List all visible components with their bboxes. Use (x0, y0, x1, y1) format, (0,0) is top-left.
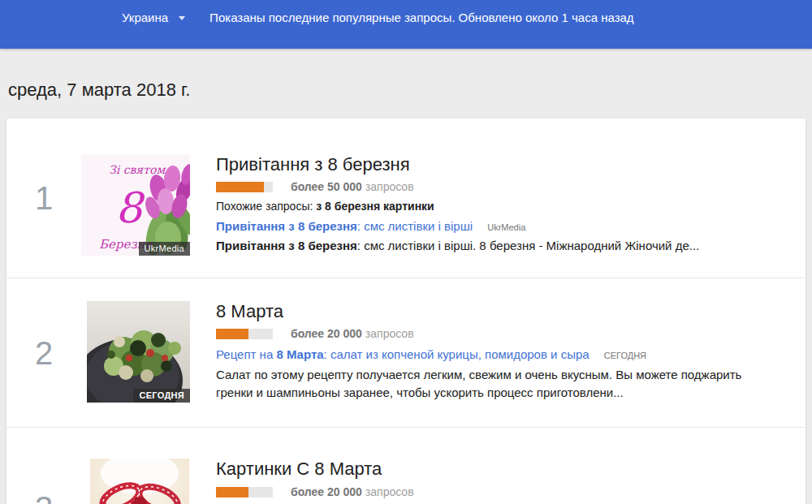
region-selector[interactable]: Украина (122, 11, 185, 24)
status-text: Показаны последние популярные запросы. О… (209, 11, 634, 24)
news-snippet: Салат по этому рецепту получается легким… (216, 366, 760, 402)
search-volume-bar-fill (216, 329, 248, 339)
trend-thumbnail-salad[interactable]: СЕГОДНЯ (87, 301, 190, 403)
news-headline-link[interactable]: Рецепт на 8 Марта: салат из копченой кур… (216, 347, 590, 361)
news-source-label: UkrMedia (487, 222, 525, 232)
volume-unit: запросов (365, 180, 414, 193)
thumbnail-source-badge: UkrMedia (139, 242, 190, 256)
news-headline-link[interactable]: Привітання з 8 березня: смс листівки і в… (216, 219, 473, 233)
search-volume-bar (216, 182, 273, 192)
news-snippet: Привітання з 8 березня: смс листівки і в… (216, 237, 752, 255)
tulips-8-march-image: Зі святом 8 Березня (81, 154, 190, 256)
salad-image (87, 301, 190, 403)
date-heading: среда, 7 марта 2018 г. (8, 80, 812, 101)
trend-item-2: 2 (6, 278, 806, 428)
search-volume-row: более 20 000 запросов (216, 486, 806, 498)
trend-content: 8 Марта более 20 000 запросов Рецепт на … (216, 301, 806, 402)
search-volume-bar (216, 487, 273, 498)
news-headline-row: Рецепт на 8 Марта: салат из копченой кур… (216, 347, 806, 361)
search-volume-row: более 50 000 запросов (216, 181, 806, 192)
volume-unit: запросов (365, 485, 414, 498)
search-volume-bar-fill (216, 182, 264, 192)
rank-number: 1 (6, 180, 81, 216)
top-bar: Украина Показаны последние популярные за… (0, 0, 812, 49)
volume-count: более 20 000 (291, 327, 362, 340)
trend-title[interactable]: 8 Марта (216, 301, 806, 322)
rank-number: 3 (6, 490, 81, 504)
news-headline-row: Привітання з 8 березня: смс листівки і в… (216, 219, 806, 233)
volume-count: более 50 000 (291, 180, 362, 193)
thumbnail-slot (81, 428, 190, 504)
trend-title[interactable]: Картинки С 8 Марта (216, 459, 806, 480)
search-volume-row: более 20 000 запросов (216, 328, 806, 339)
chevron-down-icon (179, 16, 185, 20)
trend-thumbnail-gift[interactable] (90, 459, 189, 504)
thumbnail-slot: Зі святом 8 Березня UkrMedia (81, 118, 190, 256)
thumbnail-slot: СЕГОДНЯ (81, 278, 190, 403)
related-queries-row: Похожие запросы: з 8 березня картинки (216, 200, 806, 213)
thumbnail-source-badge: СЕГОДНЯ (133, 389, 190, 403)
trend-item-3: 3 (6, 428, 806, 504)
region-label: Украина (122, 11, 168, 24)
gift-red-bow-image (90, 459, 189, 504)
trend-title[interactable]: Привітання з 8 березня (216, 154, 806, 175)
trend-item-1: 1 (6, 118, 806, 278)
news-source-label: СЕГОДНЯ (604, 351, 646, 360)
related-label: Похожие запросы: (216, 200, 316, 213)
trend-content: Картинки С 8 Марта более 20 000 запросов (216, 459, 806, 498)
related-query-link[interactable]: з 8 березня картинки (316, 200, 434, 213)
volume-unit: запросов (365, 327, 414, 340)
volume-count: более 20 000 (291, 485, 362, 498)
trend-thumbnail-tulips[interactable]: Зі святом 8 Березня UkrMedia (81, 154, 190, 256)
thumb-text-top: Зі святом (109, 163, 166, 176)
trend-content: Привітання з 8 березня более 50 000 запр… (216, 154, 806, 255)
trends-card: 1 (6, 118, 806, 504)
search-volume-bar-fill (216, 487, 248, 498)
thumb-text-big: 8 (115, 183, 145, 232)
search-volume-bar (216, 329, 273, 339)
rank-number: 2 (6, 335, 81, 371)
